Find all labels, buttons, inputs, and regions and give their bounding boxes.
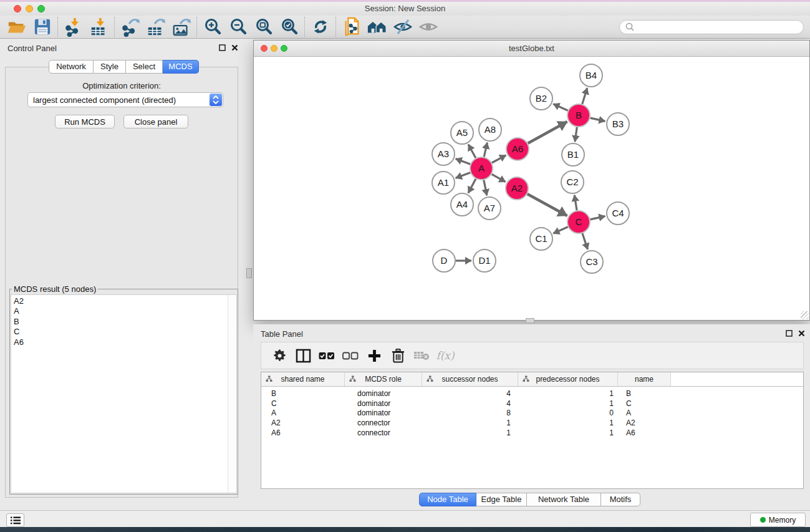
table-row[interactable]: Cdominator41C xyxy=(261,399,803,409)
run-mcds-button[interactable]: Run MCDS xyxy=(55,115,115,128)
import-table-button[interactable] xyxy=(86,16,112,37)
new-network-from-selection-button[interactable] xyxy=(339,16,364,37)
delete-columns-button[interactable] xyxy=(386,344,410,367)
column-header-successor-nodes[interactable]: successor nodes xyxy=(422,372,518,386)
tab-select[interactable]: Select xyxy=(126,60,163,74)
graph-node[interactable]: C2 xyxy=(561,171,584,193)
memory-button[interactable]: Memory xyxy=(750,513,806,527)
graph-edge[interactable] xyxy=(528,122,567,143)
graph-edge[interactable] xyxy=(582,88,587,104)
graph-node[interactable]: C3 xyxy=(581,251,603,273)
tab-mcds[interactable]: MCDS xyxy=(163,60,199,74)
export-network-button[interactable] xyxy=(117,16,143,37)
optimization-criterion-select[interactable]: largest connected component (directed) xyxy=(27,92,223,107)
close-panel-button[interactable]: Close panel xyxy=(123,115,188,128)
network-graph[interactable]: B4 B2 B B3 A5 A8 A6 B1 A3 A A1 C2 A2 A4 … xyxy=(254,57,809,320)
graph-node[interactable]: D xyxy=(433,249,455,272)
import-network-button[interactable] xyxy=(60,16,86,37)
graph-edge[interactable] xyxy=(492,155,506,163)
graph-node[interactable]: B2 xyxy=(530,87,552,110)
zoom-window-button[interactable] xyxy=(37,5,45,12)
float-panel-icon[interactable] xyxy=(219,44,226,51)
graph-node[interactable]: D1 xyxy=(473,249,496,272)
export-image-button[interactable] xyxy=(168,16,194,37)
graph-edge[interactable] xyxy=(484,143,487,157)
export-table-button[interactable] xyxy=(143,16,168,37)
graph-node[interactable]: B4 xyxy=(580,64,602,87)
graph-edge[interactable] xyxy=(591,216,605,220)
network-canvas[interactable]: B4 B2 B B3 A5 A8 A6 B1 A3 A A1 C2 A2 A4 … xyxy=(254,57,809,320)
save-session-button[interactable] xyxy=(29,16,55,37)
zoom-fit-content-button[interactable] xyxy=(251,16,276,37)
float-panel-icon[interactable] xyxy=(786,330,793,337)
graph-node[interactable]: A2 xyxy=(506,177,528,200)
graph-edge[interactable] xyxy=(468,144,476,158)
table-row[interactable]: Bdominator41B xyxy=(261,389,803,399)
graph-edge[interactable] xyxy=(553,227,568,234)
column-header-predecessor-nodes[interactable]: predecessor nodes xyxy=(518,372,618,386)
graph-node[interactable]: B xyxy=(567,104,590,127)
column-header-name[interactable]: name xyxy=(618,372,671,386)
tab-edge-table[interactable]: Edge Table xyxy=(476,493,527,506)
column-header-shared-name[interactable]: shared name xyxy=(261,372,345,386)
create-new-column-button[interactable] xyxy=(362,344,386,367)
delete-table-button[interactable] xyxy=(410,344,433,367)
deselect-all-button[interactable] xyxy=(339,344,362,367)
open-session-button[interactable] xyxy=(4,16,29,37)
graph-node[interactable]: A7 xyxy=(478,197,501,220)
change-table-mode-button[interactable] xyxy=(268,344,291,367)
mcds-result-item[interactable]: A xyxy=(11,306,236,316)
zoom-in-button[interactable] xyxy=(200,16,225,37)
search-input[interactable] xyxy=(635,21,803,33)
graph-node[interactable]: B1 xyxy=(562,143,584,166)
graph-edge[interactable] xyxy=(484,180,487,196)
apply-preferred-layout-button[interactable] xyxy=(307,16,333,37)
close-window-button[interactable] xyxy=(14,5,21,12)
zoom-out-button[interactable] xyxy=(225,16,251,37)
zoom-network-window-button[interactable] xyxy=(281,45,287,52)
graph-node[interactable]: A8 xyxy=(479,118,501,141)
show-panels-menu-button[interactable] xyxy=(6,513,24,527)
graph-node[interactable]: A5 xyxy=(451,122,473,144)
graph-node[interactable]: C1 xyxy=(530,228,552,250)
graph-node[interactable]: B3 xyxy=(607,113,629,135)
mcds-result-list[interactable]: A2ABCA6 xyxy=(11,294,237,493)
graph-node[interactable]: A4 xyxy=(451,193,473,216)
mcds-result-item[interactable]: C xyxy=(11,327,236,337)
minimize-window-button[interactable] xyxy=(26,5,33,12)
zoom-selected-region-button[interactable] xyxy=(276,16,302,37)
vertical-splitter-handle[interactable] xyxy=(246,268,252,278)
table-row[interactable]: Adominator80A xyxy=(261,409,803,418)
mcds-result-item[interactable]: A2 xyxy=(11,296,236,306)
show-all-button[interactable] xyxy=(415,16,441,37)
close-panel-icon[interactable] xyxy=(798,330,805,337)
graph-node[interactable]: C xyxy=(567,211,590,233)
graph-node[interactable]: A3 xyxy=(432,143,455,165)
close-panel-icon[interactable] xyxy=(231,44,238,51)
tab-node-table[interactable]: Node Table xyxy=(419,493,476,506)
select-all-button[interactable] xyxy=(315,344,339,367)
column-header-mcds-role[interactable]: MCDS role xyxy=(345,372,422,386)
graph-node[interactable]: A1 xyxy=(432,172,455,194)
minimize-network-window-button[interactable] xyxy=(271,45,277,52)
window-resize-grip[interactable] xyxy=(801,311,809,319)
graph-edge[interactable] xyxy=(468,179,476,193)
tab-motifs[interactable]: Motifs xyxy=(601,493,640,506)
first-neighbors-button[interactable] xyxy=(364,16,390,37)
graph-edge[interactable] xyxy=(574,195,577,211)
graph-node[interactable]: A xyxy=(470,157,493,180)
graph-node[interactable]: A6 xyxy=(506,138,529,160)
graph-edge[interactable] xyxy=(575,127,577,142)
table-row[interactable]: A2connector11A2 xyxy=(261,418,803,428)
table-row[interactable]: A6connector11A6 xyxy=(261,428,803,438)
graph-edge[interactable] xyxy=(456,173,471,178)
graph-edge[interactable] xyxy=(528,194,567,216)
list-scrollbar[interactable] xyxy=(228,295,236,493)
horizontal-splitter-handle[interactable] xyxy=(526,318,534,323)
graph-edge[interactable] xyxy=(553,104,568,111)
show-column-button[interactable] xyxy=(291,344,315,367)
close-network-window-button[interactable] xyxy=(261,45,268,52)
function-builder-button[interactable]: f(x) xyxy=(433,344,457,367)
mcds-result-item[interactable]: A6 xyxy=(11,337,236,347)
mcds-result-item[interactable]: B xyxy=(11,317,236,327)
